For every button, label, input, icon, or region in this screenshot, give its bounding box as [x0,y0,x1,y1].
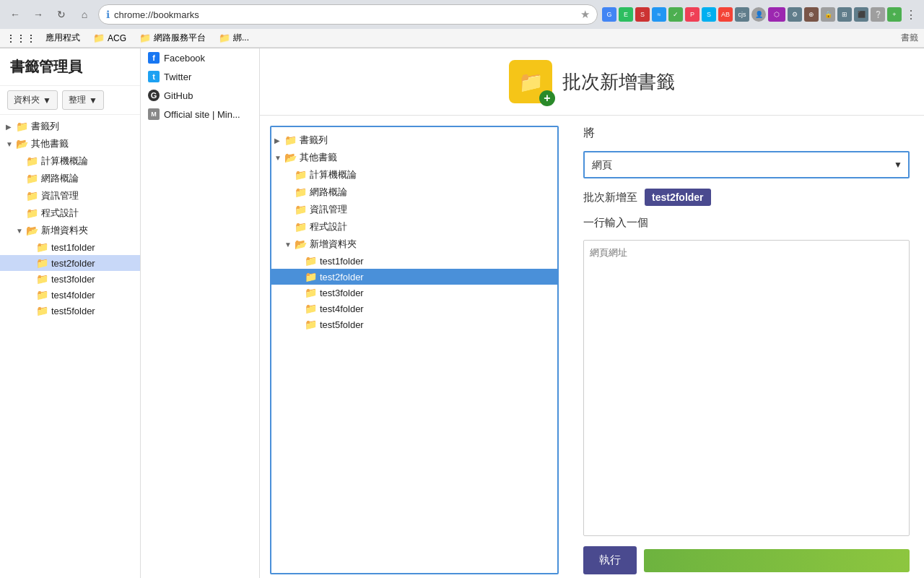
sidebar-item-xin-folder[interactable]: ▼ 📂 新增資料夾 [0,222,140,239]
tp-test1folder[interactable]: 📁 test1folder [271,253,557,269]
tp-xin-folder[interactable]: ▼ 📂 新增資料夾 [271,236,557,253]
ext10-icon[interactable]: ⬡ [768,7,785,22]
ext4-icon[interactable]: ≈ [652,7,666,22]
ext15-icon[interactable]: ⬛ [854,7,868,22]
reload-button[interactable]: ↻ [52,5,71,24]
tp-item-label: test3folder [320,288,364,298]
bookmark-ext-icon[interactable]: + [887,7,902,22]
translate-ext-icon[interactable]: G [602,7,616,22]
ext14-icon[interactable]: ⊞ [837,7,852,22]
tp-test2folder[interactable]: 📁 test2folder [271,269,557,285]
home-button[interactable]: ⌂ [75,5,94,24]
extension-logo: 📁 + [509,60,552,103]
sidebar-item-label: test5folder [51,306,95,316]
folder-icon: 📁 [26,190,38,202]
url-textarea[interactable] [583,240,910,536]
tp-test4folder[interactable]: 📁 test4folder [271,301,557,316]
folder-btn-label: 資料夾 [14,94,40,106]
ext11-icon[interactable]: ⚙ [788,7,802,22]
user-ext-icon[interactable]: 👤 [751,7,766,22]
organize-dropdown-btn[interactable]: 整理 ▼ [62,90,104,110]
tp-folder-icon: 📁 [305,303,317,314]
tp-item-label: test4folder [320,303,364,314]
tp-folder-icon: 📁 [305,287,317,298]
folder-dropdown-btn[interactable]: 資料夾 ▼ [7,90,58,110]
ext13-icon[interactable]: 🔒 [821,7,835,22]
ext3-icon[interactable]: S [635,7,650,22]
sidebar-item-label: 程式設計 [41,207,79,220]
cjs-ext-icon[interactable]: cjs [735,7,749,22]
evernote-ext-icon[interactable]: E [619,7,633,22]
sidebar-item-test3folder[interactable]: 📁 test3folder [0,271,140,287]
ext16-icon[interactable]: ❔ [871,7,885,22]
execute-button[interactable]: 執行 [583,546,637,574]
sidebar-item-other-bookmarks[interactable]: ▼ 📂 其他書籤 [0,135,140,152]
batch-add-row: 批次新增至 test2folder [583,189,910,206]
tp-item-label: test1folder [320,256,364,267]
sidebar-item-chengshi[interactable]: 📁 程式設計 [0,204,140,222]
extension-body: ▶ 📁 書籤列 ▼ 📂 其他書籤 📁 計算機概論 [260,116,924,578]
bm-other-icon: 📁 [219,33,230,43]
sidebar-toolbar: 資料夾 ▼ 整理 ▼ [0,86,140,115]
bm-facebook[interactable]: f Facebook [141,48,259,67]
tp-folder-icon: 📁 [305,271,317,282]
organize-btn-label: 整理 [69,94,86,106]
tp-test3folder[interactable]: 📁 test3folder [271,285,557,301]
sidebar-item-test2folder[interactable]: 📁 test2folder [0,255,140,271]
toggle-icon: ▼ [16,227,26,235]
bm-twitter[interactable]: t Twitter [141,67,259,86]
tp-jisuanji[interactable]: 📁 計算機概論 [271,166,557,184]
sidebar-item-test1folder[interactable]: 📁 test1folder [0,239,140,255]
tp-item-label: 書籤列 [300,134,328,147]
mc-favicon: M [148,108,160,120]
folder-tree-panel[interactable]: ▶ 📁 書籤列 ▼ 📂 其他書籤 📁 計算機概論 [270,126,559,574]
sidebar-item-label: 資訊管理 [41,189,79,202]
forward-button[interactable]: → [29,5,48,24]
type-select[interactable]: 網頁 書籤列 其他書籤 [583,151,910,178]
folder-icon: 📁 [36,273,48,285]
tp-item-label: 新增資料夾 [310,238,357,251]
bm-acg[interactable]: 📁 ACG [90,31,130,45]
sidebar-item-label: 書籤列 [31,120,59,133]
folder-icon: 📁 [36,257,48,269]
bm-service[interactable]: 📁 網路服務平台 [136,30,209,46]
github-favicon: G [148,90,160,101]
folder-open-icon: 📂 [16,138,28,150]
bm-github[interactable]: G GitHub [141,86,259,105]
sidebar-item-jisuanji[interactable]: 📁 計算機概論 [0,152,140,170]
tp-other-bookmarks[interactable]: ▼ 📂 其他書籤 [271,149,557,166]
tp-toggle-icon: ▼ [274,154,284,162]
progress-bar [644,549,910,572]
star-icon[interactable]: ★ [580,8,590,21]
tp-bookmarks-bar[interactable]: ▶ 📁 書籤列 [271,131,557,149]
apps-icon[interactable]: ⋮⋮⋮ [6,33,36,44]
bm-acg-label: ACG [108,33,126,43]
bm-apps[interactable]: 應用程式 [42,30,84,46]
tp-toggle-icon: ▼ [284,241,295,249]
facebook-favicon: f [148,52,160,64]
address-bar[interactable]: ℹ chrome://bookmarks ★ [98,4,598,25]
tp-item-label: 其他書籤 [300,151,337,164]
logo-folder-icon: 📁 [518,70,544,94]
tp-folder-icon: 📁 [295,221,307,233]
sidebar-item-bookmarks-bar[interactable]: ▶ 📁 書籤列 [0,118,140,135]
bottom-row: 執行 [583,546,910,574]
bm-official-site[interactable]: M Official site | Min... [141,105,259,124]
sidebar-item-test4folder[interactable]: 📁 test4folder [0,287,140,303]
ext12-icon[interactable]: ⊕ [804,7,819,22]
adblock-ext-icon[interactable]: AB [718,7,733,22]
back-button[interactable]: ← [6,5,25,24]
sidebar-item-zixun[interactable]: 📁 資訊管理 [0,187,140,204]
tp-wangluo[interactable]: 📁 網路概論 [271,184,557,201]
bm-other[interactable]: 📁 綁... [215,30,253,46]
sidebar-item-wangluo[interactable]: 📁 網路概論 [0,170,140,187]
ext5-icon[interactable]: ✓ [668,7,683,22]
tp-chengshi[interactable]: 📁 程式設計 [271,218,557,236]
pocket-ext-icon[interactable]: P [685,7,699,22]
tp-test5folder[interactable]: 📁 test5folder [271,316,557,332]
sidebar-title: 書籤管理員 [0,48,140,86]
menu-icon[interactable]: ⋮ [904,7,918,22]
tp-zixun[interactable]: 📁 資訊管理 [271,201,557,218]
sidebar-item-test5folder[interactable]: 📁 test5folder [0,303,140,319]
skype-ext-icon[interactable]: S [702,7,716,22]
